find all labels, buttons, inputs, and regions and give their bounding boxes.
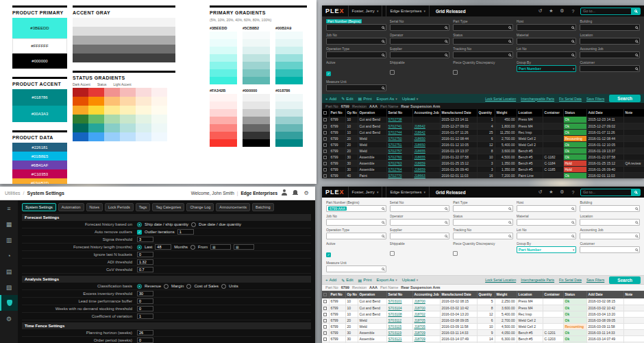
goto-search-button[interactable] [631,8,640,14]
filter-search-input[interactable] [326,51,386,58]
serial-no-link[interactable]: S703108 [386,311,412,317]
text-input[interactable]: 30 [137,291,153,296]
text-input[interactable]: ▦ [234,244,254,250]
add-button[interactable]: +Add [325,278,336,282]
column-header[interactable]: Status [563,109,586,117]
radio-button[interactable] [186,284,191,289]
filter-search-input[interactable] [580,219,640,226]
filter-search-input[interactable] [453,51,513,58]
history-icon[interactable]: ↺ [536,8,544,14]
cell-link[interactable]: S702770 [388,174,402,178]
serial-no-link[interactable]: S702744 [386,129,412,135]
filter-search-input[interactable] [390,38,450,45]
print-button[interactable]: ▤Print [358,278,372,283]
user-menu[interactable]: Foster, Jerry▾ [348,187,383,198]
filter-search-input[interactable] [390,205,450,212]
filter-search-input[interactable] [326,84,386,91]
radio-button[interactable] [164,284,169,289]
serial-no-link[interactable]: S703112 [386,317,412,323]
row-checkbox-cell[interactable] [322,335,329,342]
filter-search-input[interactable] [453,38,513,45]
sidebar-item-document[interactable]: ▤ [0,263,18,279]
row-checkbox-cell[interactable] [322,123,329,129]
row-checkbox-cell[interactable] [322,329,329,335]
column-header[interactable]: Weight [495,291,517,298]
cell-link[interactable]: J18650 [414,143,425,147]
filter-search-input[interactable] [326,265,386,272]
tab-system-settings[interactable]: System Settings [22,203,56,211]
column-header[interactable]: Add Date [586,291,623,298]
cell-link[interactable]: J18642 [414,124,425,128]
row-checkbox-cell[interactable] [322,154,329,160]
text-input[interactable]: 0 [137,252,153,257]
serial-no-link[interactable]: S703119 [386,329,412,335]
filter-search-input[interactable] [517,233,577,239]
column-header[interactable]: Status [563,291,586,298]
toolbar-link[interactable]: Fix Serial Data [559,278,582,282]
edit-button[interactable]: ✎Edit [341,96,353,101]
text-input[interactable]: ▦ [210,244,231,250]
sidebar-item-inventory[interactable]: ▧ [0,279,18,295]
bell-icon[interactable] [291,190,299,197]
sidebar-item-apps[interactable]: ▦ [0,216,18,232]
filter-search-input[interactable] [517,219,577,226]
sidebar-item-chart[interactable]: ▥ [0,232,18,248]
cell-link[interactable]: J18700 [414,306,425,310]
select-all-checkbox[interactable] [322,109,329,117]
cell-link[interactable]: J18709 [414,337,425,341]
toolbar-link[interactable]: Save Filters [586,278,604,282]
print-button[interactable]: ▤Print [358,96,372,101]
sidebar-item-shield[interactable] [0,295,18,311]
filter-search-input[interactable] [580,205,640,212]
cell-link[interactable]: J18642 [414,130,425,134]
accounting-job-link[interactable]: J18702 [412,311,440,317]
edit-button[interactable]: ✎Edit [341,278,353,283]
column-header[interactable]: Part No [329,291,345,298]
text-input[interactable]: 26 [137,330,153,335]
column-header[interactable]: Container [543,109,563,117]
add-button[interactable]: +Add [325,97,336,101]
row-checkbox-cell[interactable] [322,305,329,311]
accounting-job-link[interactable]: J18650 [412,135,440,141]
accounting-job-link[interactable]: J18709 [412,335,440,342]
row-checkbox-cell[interactable] [322,323,329,329]
toolbar-link[interactable]: Interchangeable Parts [521,278,554,282]
cell-link[interactable]: S703101 [388,299,402,303]
cell-link[interactable]: S702757 [388,149,402,153]
accounting-job-link[interactable]: J18650 [412,141,440,147]
settings-icon[interactable]: ⚙ [558,189,566,195]
column-header[interactable]: Manufactured Date [440,109,477,117]
tab-change-log[interactable]: Change Log [186,203,214,211]
cell-link[interactable]: J18659 [414,167,425,172]
column-header[interactable]: Quantity [477,109,495,117]
cell-link[interactable]: J18705 [414,318,425,322]
column-header[interactable]: Serial No [386,109,412,117]
goto-search-input[interactable]: Go to... [580,8,641,15]
breadcrumb-utilities[interactable]: Utilities [5,191,21,196]
goto-search-button[interactable] [631,189,640,196]
serial-no-link[interactable]: S703121 [386,335,412,342]
serial-no-link[interactable]: S702764 [386,166,412,172]
serial-no-link[interactable]: S702738 [386,117,412,123]
radio-button[interactable] [137,222,142,227]
column-header[interactable]: Operation [358,291,386,298]
export-as-button[interactable]: Export As▾ [377,97,397,101]
user-menu[interactable]: Foster, Jerry▾ [348,5,383,16]
column-header[interactable]: Location [517,109,543,117]
checkbox[interactable]: ✓ [137,230,142,235]
cell-link[interactable]: S702764 [388,167,402,172]
text-input[interactable]: 3 [137,237,153,242]
filter-search-input[interactable] [453,205,513,212]
filter-search-input[interactable] [326,233,386,239]
cell-link[interactable]: J18705 [414,324,425,329]
text-input[interactable]: 0 [137,306,153,311]
row-checkbox-cell[interactable] [322,172,329,178]
column-header[interactable]: Accounting Job [412,291,440,298]
accounting-job-link[interactable]: J18642 [412,123,440,129]
star-icon[interactable]: ★ [547,8,555,14]
filter-search-input[interactable] [453,219,513,226]
filter-search-input[interactable] [326,38,386,45]
tab-tag-categories[interactable]: Tag Categories [152,203,184,211]
help-icon[interactable]: ? [569,9,577,14]
row-checkbox-cell[interactable] [322,147,329,154]
